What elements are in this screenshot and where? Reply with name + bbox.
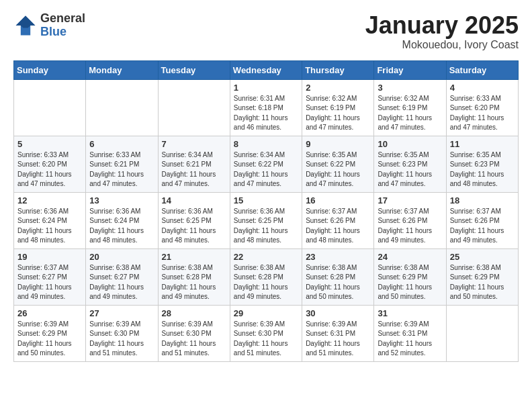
day-info: Sunrise: 6:31 AM Sunset: 6:18 PM Dayligh… <box>234 94 298 133</box>
day-info: Sunrise: 6:37 AM Sunset: 6:27 PM Dayligh… <box>17 263 82 302</box>
calendar-cell: 13Sunrise: 6:36 AM Sunset: 6:24 PM Dayli… <box>86 192 158 248</box>
day-number: 21 <box>162 252 226 262</box>
calendar-cell: 21Sunrise: 6:38 AM Sunset: 6:28 PM Dayli… <box>158 248 230 305</box>
day-info: Sunrise: 6:39 AM Sunset: 6:30 PM Dayligh… <box>162 320 226 359</box>
week-row-4: 19Sunrise: 6:37 AM Sunset: 6:27 PM Dayli… <box>14 248 519 305</box>
day-number: 13 <box>89 195 154 205</box>
day-number: 1 <box>234 83 298 93</box>
day-number: 29 <box>234 308 298 318</box>
day-number: 20 <box>89 252 154 262</box>
day-info: Sunrise: 6:32 AM Sunset: 6:19 PM Dayligh… <box>378 94 442 133</box>
day-info: Sunrise: 6:33 AM Sunset: 6:20 PM Dayligh… <box>17 150 82 189</box>
day-number: 18 <box>450 195 515 205</box>
day-number: 19 <box>17 252 82 262</box>
day-info: Sunrise: 6:36 AM Sunset: 6:24 PM Dayligh… <box>17 207 82 246</box>
day-number: 24 <box>378 252 442 262</box>
calendar-cell: 17Sunrise: 6:37 AM Sunset: 6:26 PM Dayli… <box>374 192 446 248</box>
day-number: 6 <box>89 139 154 149</box>
day-info: Sunrise: 6:36 AM Sunset: 6:25 PM Dayligh… <box>234 207 298 246</box>
day-number: 9 <box>306 139 370 149</box>
calendar-cell: 15Sunrise: 6:36 AM Sunset: 6:25 PM Dayli… <box>230 192 302 248</box>
day-number: 17 <box>378 195 442 205</box>
day-info: Sunrise: 6:37 AM Sunset: 6:26 PM Dayligh… <box>306 207 370 246</box>
calendar-cell: 11Sunrise: 6:35 AM Sunset: 6:23 PM Dayli… <box>446 136 518 192</box>
calendar-cell <box>14 79 86 136</box>
day-info: Sunrise: 6:34 AM Sunset: 6:22 PM Dayligh… <box>234 150 298 189</box>
day-info: Sunrise: 6:39 AM Sunset: 6:31 PM Dayligh… <box>306 320 370 359</box>
day-info: Sunrise: 6:32 AM Sunset: 6:19 PM Dayligh… <box>306 94 370 133</box>
day-info: Sunrise: 6:38 AM Sunset: 6:29 PM Dayligh… <box>378 263 442 302</box>
day-number: 8 <box>234 139 298 149</box>
day-number: 11 <box>450 139 515 149</box>
day-number: 23 <box>306 252 370 262</box>
day-info: Sunrise: 6:37 AM Sunset: 6:26 PM Dayligh… <box>378 207 442 246</box>
title-area: January 2025 Mokouedou, Ivory Coast <box>365 12 519 51</box>
calendar-cell <box>86 79 158 136</box>
calendar-cell: 27Sunrise: 6:39 AM Sunset: 6:30 PM Dayli… <box>86 305 158 361</box>
subtitle: Mokouedou, Ivory Coast <box>365 39 519 51</box>
day-number: 25 <box>450 252 515 262</box>
weekday-header-monday: Monday <box>86 60 158 79</box>
day-info: Sunrise: 6:38 AM Sunset: 6:28 PM Dayligh… <box>306 263 370 302</box>
day-number: 12 <box>17 195 82 205</box>
week-row-5: 26Sunrise: 6:39 AM Sunset: 6:29 PM Dayli… <box>14 305 519 361</box>
weekday-header-row: SundayMondayTuesdayWednesdayThursdayFrid… <box>14 60 519 79</box>
calendar-cell: 4Sunrise: 6:33 AM Sunset: 6:20 PM Daylig… <box>446 79 518 136</box>
day-number: 15 <box>234 195 298 205</box>
day-number: 3 <box>378 83 442 93</box>
day-info: Sunrise: 6:35 AM Sunset: 6:23 PM Dayligh… <box>450 150 515 189</box>
day-info: Sunrise: 6:35 AM Sunset: 6:22 PM Dayligh… <box>306 150 370 189</box>
weekday-header-wednesday: Wednesday <box>230 60 302 79</box>
day-info: Sunrise: 6:39 AM Sunset: 6:29 PM Dayligh… <box>17 320 82 359</box>
day-number: 31 <box>378 308 442 318</box>
month-title: January 2025 <box>365 12 519 39</box>
day-info: Sunrise: 6:35 AM Sunset: 6:23 PM Dayligh… <box>378 150 442 189</box>
week-row-3: 12Sunrise: 6:36 AM Sunset: 6:24 PM Dayli… <box>14 192 519 248</box>
week-row-1: 1Sunrise: 6:31 AM Sunset: 6:18 PM Daylig… <box>14 79 519 136</box>
calendar-cell <box>158 79 230 136</box>
calendar-table: SundayMondayTuesdayWednesdayThursdayFrid… <box>13 60 519 362</box>
header: General Blue January 2025 Mokouedou, Ivo… <box>13 12 519 51</box>
calendar-cell: 19Sunrise: 6:37 AM Sunset: 6:27 PM Dayli… <box>14 248 86 305</box>
calendar-cell: 1Sunrise: 6:31 AM Sunset: 6:18 PM Daylig… <box>230 79 302 136</box>
calendar-cell: 18Sunrise: 6:37 AM Sunset: 6:26 PM Dayli… <box>446 192 518 248</box>
calendar-cell <box>446 305 518 361</box>
day-info: Sunrise: 6:38 AM Sunset: 6:27 PM Dayligh… <box>89 263 154 302</box>
calendar-cell: 6Sunrise: 6:33 AM Sunset: 6:21 PM Daylig… <box>86 136 158 192</box>
day-number: 22 <box>234 252 298 262</box>
weekday-header-saturday: Saturday <box>446 60 518 79</box>
day-info: Sunrise: 6:39 AM Sunset: 6:31 PM Dayligh… <box>378 320 442 359</box>
calendar-cell: 24Sunrise: 6:38 AM Sunset: 6:29 PM Dayli… <box>374 248 446 305</box>
day-info: Sunrise: 6:34 AM Sunset: 6:21 PM Dayligh… <box>162 150 226 189</box>
calendar-cell: 23Sunrise: 6:38 AM Sunset: 6:28 PM Dayli… <box>302 248 374 305</box>
calendar-cell: 3Sunrise: 6:32 AM Sunset: 6:19 PM Daylig… <box>374 79 446 136</box>
day-info: Sunrise: 6:39 AM Sunset: 6:30 PM Dayligh… <box>234 320 298 359</box>
calendar-cell: 14Sunrise: 6:36 AM Sunset: 6:25 PM Dayli… <box>158 192 230 248</box>
day-info: Sunrise: 6:33 AM Sunset: 6:21 PM Dayligh… <box>89 150 154 189</box>
day-info: Sunrise: 6:33 AM Sunset: 6:20 PM Dayligh… <box>450 94 515 133</box>
calendar-cell: 25Sunrise: 6:38 AM Sunset: 6:29 PM Dayli… <box>446 248 518 305</box>
day-number: 5 <box>17 139 82 149</box>
day-number: 28 <box>162 308 226 318</box>
calendar-cell: 16Sunrise: 6:37 AM Sunset: 6:26 PM Dayli… <box>302 192 374 248</box>
day-info: Sunrise: 6:36 AM Sunset: 6:24 PM Dayligh… <box>89 207 154 246</box>
calendar-cell: 9Sunrise: 6:35 AM Sunset: 6:22 PM Daylig… <box>302 136 374 192</box>
day-info: Sunrise: 6:39 AM Sunset: 6:30 PM Dayligh… <box>89 320 154 359</box>
logo: General Blue <box>13 12 85 39</box>
calendar-cell: 26Sunrise: 6:39 AM Sunset: 6:29 PM Dayli… <box>14 305 86 361</box>
weekday-header-friday: Friday <box>374 60 446 79</box>
calendar-cell: 2Sunrise: 6:32 AM Sunset: 6:19 PM Daylig… <box>302 79 374 136</box>
calendar-cell: 30Sunrise: 6:39 AM Sunset: 6:31 PM Dayli… <box>302 305 374 361</box>
calendar-cell: 20Sunrise: 6:38 AM Sunset: 6:27 PM Dayli… <box>86 248 158 305</box>
day-number: 2 <box>306 83 370 93</box>
weekday-header-tuesday: Tuesday <box>158 60 230 79</box>
weekday-header-sunday: Sunday <box>14 60 86 79</box>
calendar-cell: 31Sunrise: 6:39 AM Sunset: 6:31 PM Dayli… <box>374 305 446 361</box>
day-info: Sunrise: 6:38 AM Sunset: 6:28 PM Dayligh… <box>234 263 298 302</box>
logo-icon <box>13 13 38 38</box>
page: General Blue January 2025 Mokouedou, Ivo… <box>0 0 532 374</box>
calendar-cell: 28Sunrise: 6:39 AM Sunset: 6:30 PM Dayli… <box>158 305 230 361</box>
day-info: Sunrise: 6:38 AM Sunset: 6:29 PM Dayligh… <box>450 263 515 302</box>
calendar-cell: 5Sunrise: 6:33 AM Sunset: 6:20 PM Daylig… <box>14 136 86 192</box>
day-number: 7 <box>162 139 226 149</box>
